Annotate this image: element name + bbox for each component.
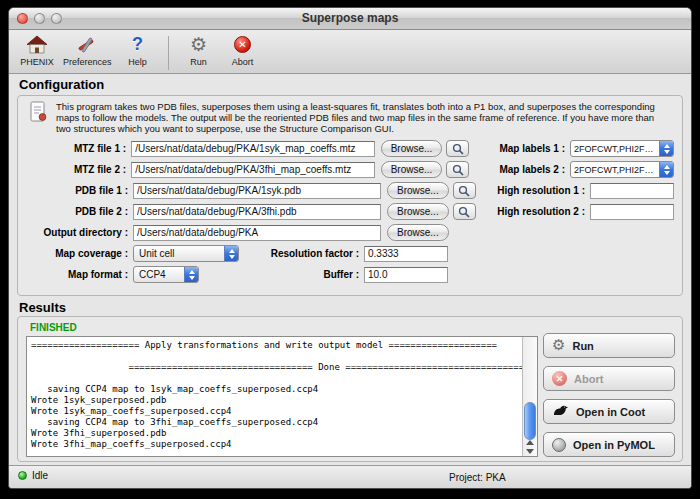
title-bar[interactable]: Superpose maps: [9, 8, 691, 30]
idle-status-icon: [18, 471, 27, 480]
map-labels-2-label: Map labels 2 :: [469, 164, 565, 175]
map-labels-1-label: Map labels 1 :: [469, 143, 565, 154]
open-in-coot-button[interactable]: Open in Coot: [543, 399, 675, 424]
mtz-file-1-inspect-button[interactable]: [446, 140, 469, 157]
scroll-up-icon[interactable]: [526, 440, 534, 445]
output-directory-browse-button[interactable]: Browse...: [387, 224, 449, 241]
map-labels-1-value: 2FOFCWT,PHI2FOF...: [571, 144, 659, 154]
toolbar-phenix-label: PHENIX: [20, 57, 54, 67]
abort-icon: ✕: [234, 33, 251, 56]
map-labels-2-combo[interactable]: 2FOFCWT,PHI2FOF...: [570, 161, 674, 178]
superpose-maps-window: Superpose maps PHENIX Preferences: [8, 7, 692, 489]
mtz-file-1-label: MTZ file 1 :: [26, 143, 126, 154]
map-labels-1-combo[interactable]: 2FOFCWT,PHI2FOF...: [570, 140, 674, 157]
description-row: This program takes two PDB files, superp…: [18, 96, 682, 136]
program-description: This program takes two PDB files, superp…: [56, 101, 666, 134]
toolbar-abort-button[interactable]: ✕ Abort: [225, 33, 261, 67]
map-format-label: Map format :: [26, 269, 128, 280]
toolbar: PHENIX Preferences ? Help ⚙ Run ✕ Abort: [9, 30, 691, 74]
mtz-file-2-browse-button[interactable]: Browse...: [381, 161, 443, 178]
resolution-factor-label: Resolution factor :: [263, 248, 359, 259]
scroll-down-icon[interactable]: [526, 449, 534, 454]
window-title: Superpose maps: [9, 8, 691, 29]
configuration-groupbox: This program takes two PDB files, superp…: [17, 95, 683, 296]
phenix-home-icon: [26, 33, 48, 56]
high-resolution-2-input[interactable]: [590, 204, 674, 220]
high-resolution-1-input[interactable]: [590, 183, 674, 199]
pdb-file-2-input[interactable]: [133, 204, 381, 220]
results-groupbox: FINISHED ==================== Apply tran…: [17, 316, 683, 462]
run-gear-icon: ⚙: [190, 33, 207, 56]
map-format-popup[interactable]: CCP4: [133, 266, 199, 283]
pdb-file-1-label: PDB file 1 :: [26, 185, 128, 196]
toolbar-preferences-label: Preferences: [63, 57, 112, 67]
form-row-mtz-file-1: MTZ file 1 : Browse... Map labels 1 : 2F…: [26, 138, 674, 159]
buffer-input[interactable]: [364, 267, 448, 283]
open-in-coot-label: Open in Coot: [576, 406, 645, 418]
abort-button-label: Abort: [574, 373, 603, 385]
coot-bird-icon: [552, 404, 569, 419]
preferences-icon: [76, 33, 98, 56]
popup-arrows-icon: [224, 246, 238, 261]
map-labels-2-value: 2FOFCWT,PHI2FOF...: [571, 165, 659, 175]
zoom-button[interactable]: [51, 13, 62, 24]
pdb-file-1-browse-button[interactable]: Browse...: [387, 182, 449, 199]
minimize-button[interactable]: [34, 13, 45, 24]
map-format-value: CCP4: [134, 269, 184, 280]
magnifier-icon: [452, 143, 464, 155]
buffer-label: Buffer :: [263, 269, 359, 280]
mtz-file-2-label: MTZ file 2 :: [26, 164, 126, 175]
map-coverage-popup[interactable]: Unit cell: [133, 245, 239, 262]
run-button-label: Run: [572, 340, 593, 352]
pdb-file-1-input[interactable]: [133, 183, 381, 199]
log-console[interactable]: ==================== Apply transformatio…: [26, 336, 538, 457]
combo-arrows-icon: [659, 141, 673, 156]
form-row-map-coverage: Map coverage : Unit cell Resolution fact…: [26, 243, 674, 264]
console-vertical-scrollbar[interactable]: [522, 337, 537, 456]
abort-button: ✕ Abort: [543, 366, 675, 391]
open-in-pymol-button[interactable]: Open in PyMOL: [543, 432, 675, 457]
magnifier-icon: [452, 164, 464, 176]
status-text: Idle: [32, 470, 48, 481]
results-title: Results: [19, 300, 66, 315]
magnifier-icon: [458, 206, 470, 218]
toolbar-run-button[interactable]: ⚙ Run: [181, 33, 217, 67]
toolbar-help-button[interactable]: ? Help: [120, 33, 156, 67]
toolbar-run-label: Run: [190, 57, 207, 67]
popup-arrows-icon: [184, 267, 198, 282]
pdb-file-2-browse-button[interactable]: Browse...: [387, 203, 449, 220]
help-icon: ?: [132, 33, 143, 56]
toolbar-help-label: Help: [128, 57, 147, 67]
results-buttons: ⚙ Run ✕ Abort Open in Coot Open in PyMOL: [543, 333, 675, 457]
mtz-file-1-input[interactable]: [131, 141, 375, 157]
program-info-icon: [28, 101, 48, 127]
resolution-factor-input[interactable]: [364, 246, 448, 262]
pdb-file-2-inspect-button[interactable]: [453, 203, 476, 220]
map-coverage-label: Map coverage :: [26, 248, 128, 259]
run-button[interactable]: ⚙ Run: [543, 333, 675, 358]
pdb-file-2-label: PDB file 2 :: [26, 206, 128, 217]
form-row-pdb-file-1: PDB file 1 : Browse... High resolution 1…: [26, 180, 674, 201]
project-label: Project: PKA: [449, 472, 506, 483]
high-resolution-1-label: High resolution 1 :: [489, 185, 585, 196]
close-button[interactable]: [17, 13, 28, 24]
scrollbar-thumb[interactable]: [524, 402, 536, 440]
pdb-file-1-inspect-button[interactable]: [453, 182, 476, 199]
toolbar-separator: [168, 36, 169, 70]
form-row-pdb-file-2: PDB file 2 : Browse... High resolution 2…: [26, 201, 674, 222]
toolbar-phenix-button[interactable]: PHENIX: [19, 33, 55, 67]
high-resolution-2-label: High resolution 2 :: [489, 206, 585, 217]
mtz-file-2-input[interactable]: [131, 162, 375, 178]
pymol-icon: [552, 438, 566, 452]
mtz-file-2-inspect-button[interactable]: [446, 161, 469, 178]
console-output: ==================== Apply transformatio…: [27, 337, 537, 453]
configuration-title: Configuration: [19, 77, 104, 92]
toolbar-preferences-button[interactable]: Preferences: [63, 33, 112, 67]
combo-arrows-icon: [659, 162, 673, 177]
abort-icon: ✕: [552, 371, 567, 386]
map-coverage-value: Unit cell: [134, 248, 224, 259]
output-directory-input[interactable]: [133, 225, 381, 241]
toolbar-abort-label: Abort: [232, 57, 254, 67]
form-row-mtz-file-2: MTZ file 2 : Browse... Map labels 2 : 2F…: [26, 159, 674, 180]
mtz-file-1-browse-button[interactable]: Browse...: [381, 140, 443, 157]
